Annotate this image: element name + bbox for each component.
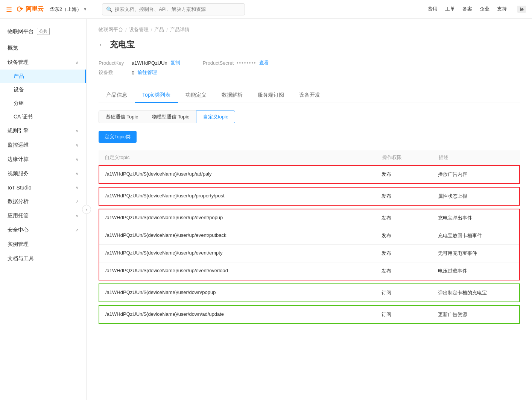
col-header-desc: 描述 (439, 154, 514, 161)
product-info: ProductKey a1WHdPQzUUn 复制 设备数 0 前往管理 Pro… (99, 59, 520, 79)
product-info-right: ProductSecret •••••••• 查看 (203, 59, 269, 79)
sidebar-section-label: 设备管理 (8, 59, 29, 66)
topic-path: /a1WHdPQzUUn/${deviceName}/user/up/prope… (105, 193, 382, 200)
view-secret-button[interactable]: 查看 (259, 59, 269, 66)
nav-link-enterprise[interactable]: 企业 (480, 6, 489, 13)
breadcrumb-device-mgmt[interactable]: 设备管理 (129, 26, 149, 33)
topic-group-4: /a1WHdPQzUUn/${deviceName}/user/down/pop… (99, 283, 520, 302)
topic-desc: 属性状态上报 (438, 193, 513, 200)
nav-link-fees[interactable]: 费用 (428, 6, 438, 13)
topic-desc: 弹出制定卡槽的充电宝 (438, 289, 513, 296)
sidebar-section-iot-studio[interactable]: IoT Studio ∨ (0, 181, 86, 194)
col-header-topic: 自定义topic (105, 154, 382, 161)
nav-link-workorder[interactable]: 工单 (445, 6, 455, 13)
main-content: 物联网平台 / 设备管理 / 产品 / 产品详情 ← 充电宝 ProductKe… (87, 19, 532, 400)
sidebar-sub-item-ca-cert[interactable]: CA 证书 (0, 110, 86, 124)
chevron-down-icon: ∨ (76, 129, 79, 133)
main-tabs: 产品信息 Topic类列表 功能定义 数据解析 服务端订阅 设备开发 (99, 88, 520, 103)
topic-path: /a1WHdPQzUUn/${deviceName}/user/down/ad/… (105, 311, 382, 318)
sidebar-section-label: 监控运维 (8, 142, 29, 148)
page-title-row: ← 充电宝 (99, 39, 520, 50)
manage-link[interactable]: 前往管理 (137, 69, 157, 76)
search-input[interactable] (115, 6, 241, 12)
topic-path: /a1WHdPQzUUn/${deviceName}/user/down/pop… (105, 289, 382, 296)
table-row: /a1WHdPQzUUn/${deviceName}/user/up/event… (99, 262, 519, 280)
define-topic-button[interactable]: 定义Topic类 (99, 131, 137, 143)
sidebar: 物联网平台 公共 概览 设备管理 ∧ 产品 设备 分组 CA 证书 (0, 19, 87, 400)
external-link-icon: ↗ (75, 199, 79, 204)
external-link-icon: ↗ (75, 228, 79, 233)
copy-button[interactable]: 复制 (170, 59, 180, 66)
breadcrumb-current: 产品详情 (170, 26, 190, 33)
sidebar-section-label: 规则引擎 (8, 127, 29, 134)
breadcrumb-iot[interactable]: 物联网平台 (99, 26, 123, 33)
sidebar-item-instance-mgmt[interactable]: 实例管理 (0, 237, 86, 252)
topic-desc: 播放广告内容 (438, 171, 513, 178)
topic-perm: 订阅 (382, 311, 438, 318)
sidebar-section-app-hosting[interactable]: 应用托管 ∨ (0, 209, 86, 223)
tab-server-sub[interactable]: 服务端订阅 (250, 88, 292, 103)
topic-perm: 发布 (382, 268, 438, 274)
topic-path: /a1WHdPQzUUn/${deviceName}/user/up/event… (105, 268, 382, 274)
sidebar-item-security[interactable]: 安全中心 ↗ (0, 223, 86, 237)
sidebar-section-label: IoT Studio (8, 185, 32, 191)
sub-tab-thing-model[interactable]: 物模型通信 Topic (145, 111, 196, 123)
sidebar-sub-item-device[interactable]: 设备 (0, 83, 86, 97)
table-row: /a1WHdPQzUUn/${deviceName}/user/up/event… (99, 244, 519, 262)
sub-tab-custom[interactable]: 自定义topic (196, 111, 235, 123)
product-secret-label: ProductSecret (203, 60, 234, 66)
sidebar-section-device-mgmt[interactable]: 设备管理 ∧ (0, 55, 86, 70)
sidebar-item-data-analysis[interactable]: 数据分析 ↗ (0, 194, 86, 209)
sidebar-sub-label: CA 证书 (14, 114, 33, 120)
topic-perm: 发布 (382, 232, 438, 239)
sidebar-section-rules[interactable]: 规则引擎 ∨ (0, 124, 86, 138)
sidebar-section-edge[interactable]: 边缘计算 ∨ (0, 152, 86, 167)
sidebar-item-overview[interactable]: 概览 (0, 41, 86, 55)
top-navigation: ☰ ⟳ 阿里云 华东2（上海） ▼ 🔍 费用 工单 备案 企业 支持 Ie (0, 0, 532, 19)
topic-perm: 发布 (382, 250, 438, 257)
sidebar-section-video[interactable]: 视频服务 ∨ (0, 167, 86, 181)
tab-topic-list[interactable]: Topic类列表 (135, 88, 178, 103)
table-row: /a1WHdPQzUUn/${deviceName}/user/down/pop… (99, 284, 519, 302)
user-avatar[interactable]: Ie (517, 6, 526, 13)
breadcrumb: 物联网平台 / 设备管理 / 产品 / 产品详情 (99, 26, 520, 33)
breadcrumb-product[interactable]: 产品 (154, 26, 164, 33)
sidebar-sub-item-product[interactable]: 产品 (0, 70, 86, 83)
page-title: 充电宝 (110, 39, 135, 50)
device-count-row: 设备数 0 前往管理 (99, 69, 180, 76)
sidebar-section-monitor[interactable]: 监控运维 ∨ (0, 138, 86, 152)
chevron-down-icon: ∨ (76, 171, 79, 176)
nav-links: 费用 工单 备案 企业 支持 Ie (428, 6, 526, 13)
sidebar-section-label: 边缘计算 (8, 156, 29, 163)
sidebar-item-docs-tools[interactable]: 文档与工具 (0, 252, 86, 266)
col-header-perm: 操作权限 (382, 154, 439, 161)
platform-badge: 公共 (37, 28, 50, 35)
topic-path: /a1WHdPQzUUn/${deviceName}/user/up/event… (105, 215, 382, 221)
sidebar-collapse-button[interactable]: ‹ (82, 205, 91, 214)
topic-perm: 发布 (382, 215, 438, 221)
tab-device-dev[interactable]: 设备开发 (292, 88, 328, 103)
chevron-down-icon: ▼ (83, 7, 87, 11)
topic-desc: 更新广告资源 (438, 311, 513, 318)
sidebar-item-label: 文档与工具 (8, 255, 34, 262)
device-count-label: 设备数 (99, 69, 129, 76)
back-button[interactable]: ← (99, 41, 105, 49)
sidebar-sub-item-group[interactable]: 分组 (0, 97, 86, 110)
topic-path: /a1WHdPQzUUn/${deviceName}/user/up/ad/pa… (105, 171, 382, 178)
breadcrumb-sep-1: / (125, 27, 127, 33)
region-label: 华东2（上海） (50, 6, 82, 13)
nav-link-support[interactable]: 支持 (497, 6, 507, 13)
sub-tab-basic[interactable]: 基础通信 Topic (99, 111, 145, 123)
breadcrumb-sep-2: / (151, 27, 152, 33)
tab-data-analysis[interactable]: 数据解析 (214, 88, 250, 103)
table-row: /a1WHdPQzUUn/${deviceName}/user/up/prope… (99, 188, 519, 205)
region-selector[interactable]: 华东2（上海） ▼ (50, 6, 87, 13)
nav-link-beian[interactable]: 备案 (462, 6, 472, 13)
topic-group-1: /a1WHdPQzUUn/${deviceName}/user/up/ad/pa… (99, 165, 520, 184)
sidebar-item-label: 安全中心 (8, 227, 29, 233)
tab-product-info[interactable]: 产品信息 (99, 88, 135, 103)
search-icon: 🔍 (106, 6, 112, 12)
hamburger-icon[interactable]: ☰ (6, 5, 12, 14)
topic-group-5: /a1WHdPQzUUn/${deviceName}/user/down/ad/… (99, 305, 520, 324)
tab-function-def[interactable]: 功能定义 (178, 88, 214, 103)
